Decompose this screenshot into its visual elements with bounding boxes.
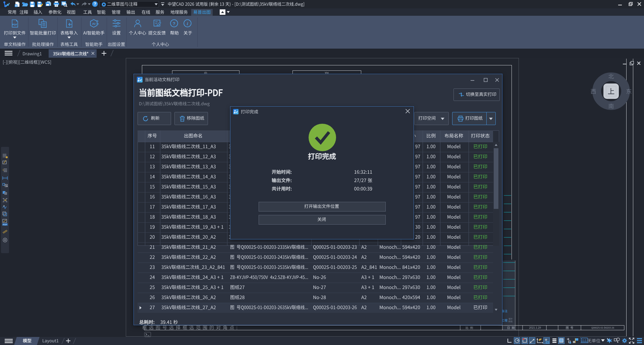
- svg-text:?: ?: [173, 21, 175, 26]
- svg-text:?: ?: [94, 2, 96, 6]
- svg-text:0.0: 0.0: [582, 339, 586, 342]
- svg-text:PDF: PDF: [12, 23, 17, 26]
- svg-text:AI: AI: [92, 22, 96, 25]
- svg-text:1: 1: [2, 168, 4, 171]
- svg-text:PGP: PGP: [3, 224, 7, 226]
- svg-text:i: i: [187, 21, 188, 26]
